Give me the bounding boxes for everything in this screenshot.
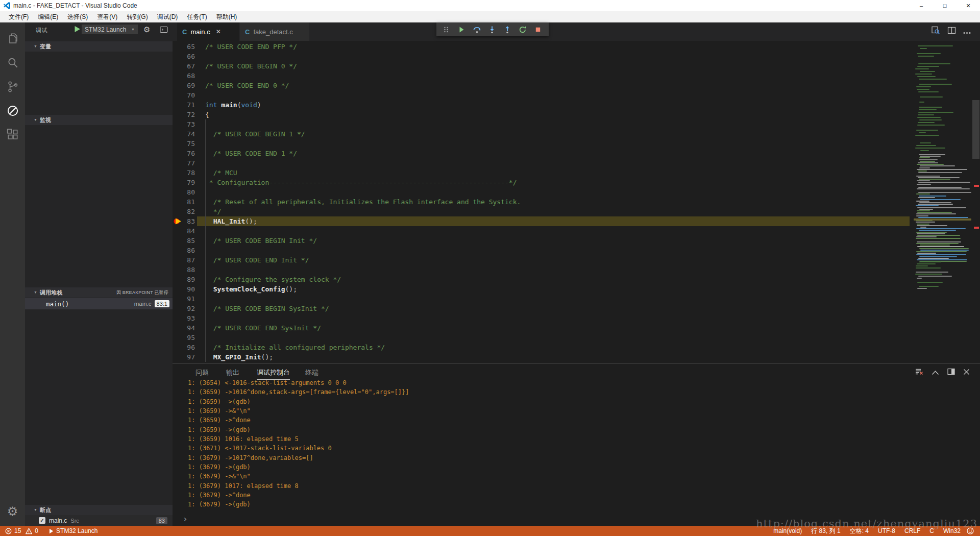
code-line-81[interactable]: 81 /* Reset of all peripherals, Initiali…: [173, 197, 914, 207]
code-line-90[interactable]: 90 SystemClock_Config();: [173, 284, 914, 294]
start-debug-icon[interactable]: [74, 26, 81, 35]
code-line-78[interactable]: 78 /* MCU: [173, 168, 914, 178]
line-number[interactable]: 87: [173, 255, 195, 265]
code-line-65[interactable]: 65/* USER CODE END PFP */: [173, 42, 914, 52]
line-number[interactable]: 75: [173, 139, 195, 149]
code-line-83[interactable]: 83 HAL_Init();: [173, 216, 914, 226]
close-panel-icon[interactable]: [963, 368, 970, 377]
menu-item-1[interactable]: 编辑(E): [33, 11, 63, 22]
tab-main.c[interactable]: Cmain.c✕: [177, 22, 239, 41]
call-stack-frame-row[interactable]: main() main.c 83:1: [25, 298, 173, 309]
configure-gear-icon[interactable]: ⚙: [143, 25, 150, 34]
menu-item-5[interactable]: 调试(D): [153, 11, 183, 22]
minimize-button[interactable]: –: [910, 0, 933, 11]
code-line-76[interactable]: 76 /* USER CODE END 1 */: [173, 149, 914, 158]
panel-tab-输出[interactable]: 输出: [226, 368, 239, 379]
files-icon[interactable]: [0, 27, 25, 51]
line-number[interactable]: 72: [173, 110, 195, 119]
breakpoint-row[interactable]: ✓ main.c Src 83: [25, 515, 173, 526]
breakpoint-checkbox[interactable]: ✓: [39, 517, 45, 524]
console-prompt-chevron[interactable]: ›: [183, 514, 188, 524]
warning-count[interactable]: 0: [35, 527, 38, 534]
code-line-84[interactable]: 84: [173, 226, 914, 236]
code-line-86[interactable]: 86: [173, 246, 914, 255]
maximize-panel-icon[interactable]: [932, 368, 939, 377]
menu-item-4[interactable]: 转到(G): [122, 11, 152, 22]
line-number[interactable]: 67: [173, 61, 195, 71]
line-number[interactable]: 76: [173, 149, 195, 158]
menu-item-3[interactable]: 查看(V): [92, 11, 122, 22]
scrollbar-thumb[interactable]: [972, 100, 979, 159]
menu-item-7[interactable]: 帮助(H): [212, 11, 242, 22]
code-line-72[interactable]: 72{: [173, 110, 914, 119]
code-line-87[interactable]: 87 /* USER CODE END Init */: [173, 255, 914, 265]
source-control-icon[interactable]: [0, 75, 25, 99]
code-line-88[interactable]: 88: [173, 265, 914, 275]
launch-config-dropdown[interactable]: STM32 Launch ▼: [82, 25, 138, 34]
tab-close-icon[interactable]: ✕: [216, 28, 221, 35]
line-number[interactable]: 95: [173, 333, 195, 343]
move-panel-icon[interactable]: [947, 368, 955, 377]
tab-fake_detact.c[interactable]: Cfake_detact.c: [240, 22, 309, 41]
line-number[interactable]: 82: [173, 207, 195, 216]
clear-console-icon[interactable]: [915, 368, 923, 378]
code-line-80[interactable]: 80: [173, 187, 914, 197]
line-number[interactable]: 86: [173, 246, 195, 255]
line-number[interactable]: 68: [173, 71, 195, 81]
split-editor-icon[interactable]: [947, 26, 956, 37]
code-line-71[interactable]: 71int main(void): [173, 100, 914, 110]
line-number[interactable]: 78: [173, 168, 195, 178]
line-number[interactable]: 65: [173, 42, 195, 52]
line-number[interactable]: 71: [173, 100, 195, 110]
code-line-68[interactable]: 68: [173, 71, 914, 81]
code-line-66[interactable]: 66: [173, 52, 914, 61]
section-header-variables[interactable]: ▼变量: [25, 41, 173, 52]
menu-item-0[interactable]: 文件(F): [4, 11, 33, 22]
status-launch-config[interactable]: STM32 Launch: [56, 527, 97, 534]
panel-tab-终端[interactable]: 终端: [305, 368, 318, 379]
code-line-67[interactable]: 67/* USER CODE BEGIN 0 */: [173, 61, 914, 71]
debug-console-output[interactable]: 1: (3654) <-1016-stack-list-arguments 0 …: [188, 378, 902, 509]
code-line-70[interactable]: 70: [173, 90, 914, 100]
line-number[interactable]: 73: [173, 119, 195, 129]
open-preview-icon[interactable]: [931, 26, 940, 37]
line-number[interactable]: 93: [173, 313, 195, 323]
debug-console-icon[interactable]: [160, 26, 168, 35]
code-line-69[interactable]: 69/* USER CODE END 0 */: [173, 81, 914, 90]
code-line-96[interactable]: 96 /* Initialize all configured peripher…: [173, 343, 914, 352]
close-button[interactable]: ✕: [957, 0, 980, 11]
line-number[interactable]: 74: [173, 129, 195, 139]
line-number[interactable]: 91: [173, 294, 195, 304]
code-line-97[interactable]: 97 MX_GPIO_Init();: [173, 352, 914, 362]
settings-gear-icon[interactable]: ⚙: [0, 504, 25, 519]
warnings-icon[interactable]: [26, 528, 32, 534]
line-number[interactable]: 89: [173, 275, 195, 284]
code-line-79[interactable]: 79 * Configuration----------------------…: [173, 178, 914, 187]
maximize-button[interactable]: □: [933, 0, 957, 11]
panel-tab-问题[interactable]: 问题: [195, 368, 209, 379]
code-line-91[interactable]: 91: [173, 294, 914, 304]
code-editor[interactable]: 65/* USER CODE END PFP */6667/* USER COD…: [173, 41, 914, 363]
section-header-breakpoints[interactable]: ▼断点: [25, 505, 173, 515]
code-line-93[interactable]: 93: [173, 313, 914, 323]
errors-icon[interactable]: [5, 528, 12, 534]
step-over-icon[interactable]: [469, 22, 484, 36]
line-number[interactable]: 92: [173, 304, 195, 313]
section-header-call_stack[interactable]: ▼调用堆栈因 BREAKPOINT 已暂停: [25, 287, 173, 298]
section-header-watch[interactable]: ▼监视: [25, 115, 173, 125]
restart-icon[interactable]: [515, 22, 530, 36]
line-number[interactable]: 96: [173, 343, 195, 352]
line-number[interactable]: 79: [173, 178, 195, 187]
line-number[interactable]: 90: [173, 284, 195, 294]
line-number[interactable]: 77: [173, 158, 195, 168]
line-number[interactable]: 83: [173, 216, 195, 226]
step-out-icon[interactable]: [500, 22, 515, 36]
code-line-89[interactable]: 89 /* Configure the system clock */: [173, 275, 914, 284]
debug-icon[interactable]: [0, 99, 25, 123]
code-line-92[interactable]: 92 /* USER CODE BEGIN SysInit */: [173, 304, 914, 313]
step-into-icon[interactable]: [484, 22, 500, 36]
code-line-85[interactable]: 85 /* USER CODE BEGIN Init */: [173, 236, 914, 246]
continue-icon[interactable]: [454, 22, 469, 36]
debug-launch-icon[interactable]: [49, 528, 54, 534]
line-number[interactable]: 94: [173, 323, 195, 333]
